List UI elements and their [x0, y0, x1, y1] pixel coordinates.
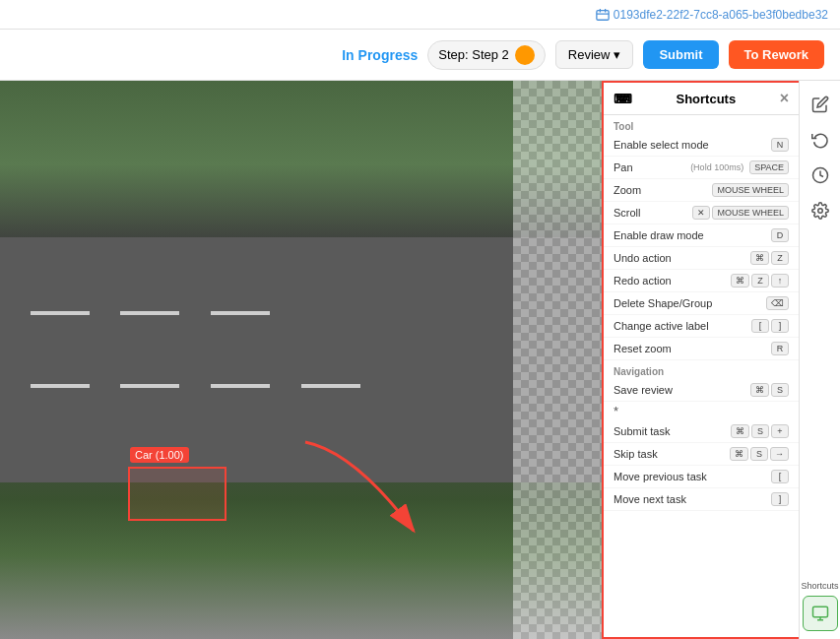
- status-badge: In Progress: [342, 47, 418, 63]
- shortcuts-header: ⌨ Shortcuts ×: [604, 83, 799, 115]
- shortcut-star: *: [604, 402, 799, 420]
- task-icon: [596, 8, 610, 22]
- action-bar: In Progress Step: Step 2 Review ▾ Submit…: [0, 30, 840, 81]
- shortcut-row-next: Move next task ]: [604, 488, 799, 511]
- shortcut-row-submit: Submit task ⌘ S +: [604, 420, 799, 443]
- svg-rect-0: [597, 10, 609, 20]
- step-pill[interactable]: Step: Step 2: [427, 40, 546, 70]
- task-id: 0193dfe2-22f2-7cc8-a065-be3f0bedbe32: [596, 8, 828, 22]
- shortcut-row-pan: Pan (Hold 100ms) SPACE: [604, 157, 799, 179]
- shortcuts-title: Shortcuts: [676, 92, 736, 106]
- shortcuts-label-text: Shortcuts: [801, 581, 838, 592]
- car-label: Car (1.00): [130, 447, 189, 463]
- shortcuts-toggle-button[interactable]: [803, 596, 838, 631]
- close-button[interactable]: ×: [780, 91, 789, 106]
- shortcut-row-prev: Move previous task [: [604, 466, 799, 488]
- task-id-text: 0193dfe2-22f2-7cc8-a065-be3f0bedbe32: [614, 8, 828, 22]
- car-bounding-box: Car (1.00): [128, 467, 226, 521]
- shortcut-row-select: Enable select mode N: [604, 134, 799, 157]
- top-bar: 0193dfe2-22f2-7cc8-a065-be3f0bedbe32: [0, 0, 840, 30]
- canvas-area[interactable]: Car (1.00): [0, 81, 602, 639]
- right-toolbar: Shortcuts: [799, 81, 840, 639]
- step-label: Step: Step 2: [438, 47, 509, 62]
- edit-icon[interactable]: [805, 89, 836, 120]
- shortcut-row-redo: Redo action ⌘ Z ↑: [604, 270, 799, 292]
- shortcut-row-skip: Skip task ⌘ S →: [604, 443, 799, 466]
- road-area: [0, 237, 602, 482]
- svg-point-3: [817, 209, 822, 214]
- shortcut-row-save-review: Save review ⌘ S: [604, 379, 799, 402]
- shortcuts-panel: ⌨ Shortcuts × Tool Enable select mode N …: [602, 81, 799, 639]
- shortcut-row-zoom: Zoom MOUSE WHEEL: [604, 179, 799, 202]
- main-content: Car (1.00) ⌨ Shortcuts × Tool: [0, 81, 840, 639]
- checkerboard-bg: [513, 81, 602, 639]
- settings-icon[interactable]: [805, 195, 836, 226]
- step-avatar: [515, 45, 535, 65]
- rework-button[interactable]: To Rework: [729, 40, 825, 69]
- navigation-section-title: Navigation: [604, 360, 799, 379]
- shortcut-row-undo: Undo action ⌘ Z: [604, 247, 799, 270]
- shortcut-row-reset-zoom: Reset zoom R: [604, 338, 799, 360]
- canvas-image: Car (1.00): [0, 81, 602, 639]
- svg-rect-4: [812, 607, 827, 617]
- review-label: Review: [568, 47, 611, 62]
- tool-section-title: Tool: [604, 115, 799, 134]
- shortcut-row-delete: Delete Shape/Group ⌫: [604, 292, 799, 315]
- shortcut-row-label: Change active label [ ]: [604, 315, 799, 338]
- keyboard-icon: ⌨: [614, 92, 632, 106]
- review-button[interactable]: Review ▾: [555, 40, 634, 69]
- shortcut-row-scroll: Scroll ✕ MOUSE WHEEL: [604, 202, 799, 224]
- submit-button[interactable]: Submit: [643, 40, 718, 69]
- history-icon[interactable]: [805, 124, 836, 156]
- clock-icon[interactable]: [805, 160, 836, 191]
- chevron-down-icon: ▾: [614, 47, 620, 62]
- shortcut-row-draw: Enable draw mode D: [604, 224, 799, 247]
